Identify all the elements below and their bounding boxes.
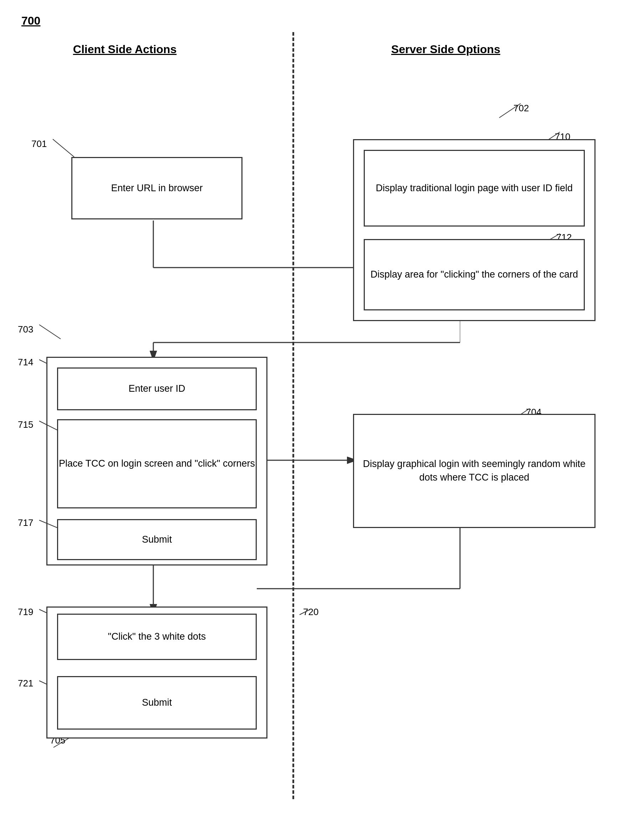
client-header: Client Side Actions (54, 43, 196, 56)
submit1-box: Submit (57, 519, 257, 560)
diagram-container: 700 Client Side Actions Server Side Opti… (0, 0, 644, 822)
click-dots-box: "Click" the 3 white dots (57, 614, 257, 660)
figure-label: 700 (21, 14, 40, 28)
ref-703: 703 (18, 324, 33, 335)
submit2-box: Submit (57, 676, 257, 730)
svg-line-14 (53, 139, 74, 157)
place-tcc-box: Place TCC on login screen and "click" co… (57, 419, 257, 509)
ref-719: 719 (18, 607, 33, 618)
enter-userid-box: Enter user ID (57, 367, 257, 410)
server-header: Server Side Options (374, 43, 517, 56)
enter-url-box: Enter URL in browser (71, 157, 242, 220)
divider (293, 32, 294, 799)
ref-701: 701 (31, 138, 47, 149)
ref-702: 702 (514, 103, 529, 114)
svg-line-18 (39, 325, 61, 339)
display-login-box: Display traditional login page with user… (364, 150, 585, 227)
ref-714: 714 (18, 357, 33, 368)
display-graphical-box: Display graphical login with seemingly r… (353, 414, 595, 528)
display-area-box: Display area for "clicking" the corners … (364, 239, 585, 310)
ref-721: 721 (18, 678, 33, 689)
ref-715: 715 (18, 419, 33, 430)
ref-717: 717 (18, 517, 33, 529)
ref-720: 720 (303, 607, 319, 618)
